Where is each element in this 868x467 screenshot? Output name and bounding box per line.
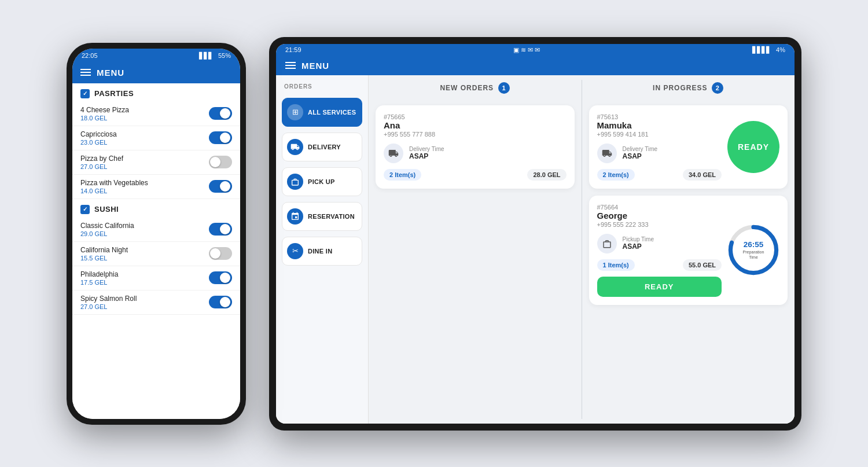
order-id: #75665 — [384, 113, 435, 120]
order-customer-phone: +995 555 777 888 — [384, 131, 435, 138]
menu-item-price: 23.0 GEL — [80, 139, 117, 146]
toggle-philadelphia[interactable] — [209, 271, 232, 284]
menu-item-price: 15.5 GEL — [80, 255, 128, 262]
sidebar-item-label: ALL SERVICES — [308, 109, 356, 116]
delivery-label: Pickup Time — [623, 236, 654, 242]
order-price: 28.0 GEL — [527, 169, 566, 181]
phone-status-bar: 22:05 ▋▋▋ 55% — [72, 49, 240, 63]
in-progress-badge: 2 — [712, 82, 723, 94]
menu-item-capricciosa: Capricciosa 23.0 GEL — [72, 126, 240, 150]
pickup-type-icon — [597, 234, 617, 253]
order-price: 55.0 GEL — [683, 259, 722, 271]
menu-item-price: 18.0 GEL — [80, 115, 129, 122]
sidebar-item-label: DELIVERY — [308, 144, 341, 150]
in-progress-title: IN PROGRESS — [653, 84, 707, 92]
phone-status-icons: ▋▋▋ 55% — [199, 52, 231, 60]
in-progress-column: IN PROGRESS 2 #75613 — [582, 75, 795, 424]
order-customer-phone: +995 555 222 333 — [597, 221, 649, 228]
sidebar-item-label: PICK UP — [308, 178, 335, 185]
menu-item-name: 4 Cheese Pizza — [80, 106, 129, 114]
section-sushi-checkbox[interactable] — [80, 205, 90, 214]
phone-time: 22:05 — [82, 52, 98, 59]
items-count: 2 Item(s) — [597, 169, 635, 181]
order-id: #75664 — [597, 204, 649, 211]
new-orders-header: NEW ORDERS 1 — [369, 75, 582, 101]
delivery-type-icon — [384, 144, 403, 163]
menu-item-name: California Night — [80, 246, 128, 254]
menu-item-name: Philadelphia — [80, 270, 118, 278]
tablet-header: MENU — [276, 56, 795, 75]
tablet-status-icons: ▣ ≋ ✉ ✉ — [513, 46, 540, 54]
phone-header-title: MENU — [97, 68, 124, 78]
new-orders-column: NEW ORDERS 1 #75665 Ana +995 555 777 888 — [369, 75, 582, 424]
tablet-body: ORDERS ⊞ ALL SERVICES DELIVERY — [276, 75, 795, 424]
phone-content: PASRTIES 4 Cheese Pizza 18.0 GEL Capricc… — [72, 83, 240, 419]
ready-status-circle: READY — [727, 121, 779, 173]
menu-item-name: Pizza with Vegetables — [80, 179, 148, 187]
reservation-icon — [287, 208, 303, 225]
dine-in-icon: ✂ — [287, 243, 303, 259]
sidebar-section-label: ORDERS — [282, 83, 362, 92]
tablet-time: 21:59 — [285, 46, 301, 53]
tablet-status-right: ▋▋▋▋ 4% — [752, 46, 785, 54]
sidebar-item-delivery[interactable]: DELIVERY — [282, 133, 362, 161]
menu-item-name: Classic California — [80, 222, 134, 230]
order-customer-name: Mamuka — [597, 120, 649, 130]
menu-item-price: 14.0 GEL — [80, 187, 148, 194]
phone-header: MENU — [72, 63, 240, 83]
menu-item-california-night: California Night 15.5 GEL — [72, 242, 240, 266]
sidebar-item-dine-in[interactable]: ✂ DINE IN — [282, 237, 362, 266]
toggle-pizza-by-chef[interactable] — [209, 156, 232, 168]
timer-sub1: Preparation — [742, 249, 764, 255]
section-pasrties-header: PASRTIES — [72, 83, 240, 102]
menu-item-name: Capricciosa — [80, 130, 117, 138]
timer-svg: 26:55 Preparation Time — [727, 224, 779, 276]
order-customer-name: George — [597, 211, 649, 220]
section-pasrties-checkbox[interactable] — [80, 89, 90, 98]
toggle-california-night[interactable] — [209, 247, 232, 260]
toggle-spicy-salmon[interactable] — [209, 296, 232, 308]
tablet-menu-icon[interactable] — [285, 62, 296, 69]
sidebar-item-pickup[interactable]: PICK UP — [282, 167, 362, 196]
menu-item-price: 27.0 GEL — [80, 163, 123, 170]
new-orders-list: #75665 Ana +995 555 777 888 — [369, 101, 582, 424]
phone-screen: 22:05 ▋▋▋ 55% MENU PASRTIES 4 — [72, 49, 240, 419]
toggle-pizza-vegetables[interactable] — [209, 180, 232, 193]
tablet-screen: 21:59 ▣ ≋ ✉ ✉ ▋▋▋▋ 4% MENU ORDERS ⊞ ALL — [276, 44, 795, 424]
order-customer-name: Ana — [384, 120, 435, 130]
order-card-ana: #75665 Ana +995 555 777 888 — [376, 105, 575, 189]
section-sushi-header: SUSHI — [72, 199, 240, 218]
sidebar-item-reservation[interactable]: RESERVATION — [282, 202, 362, 231]
phone-menu-icon[interactable] — [80, 69, 91, 76]
in-progress-header: IN PROGRESS 2 — [582, 75, 795, 101]
toggle-classic-california[interactable] — [209, 223, 232, 236]
ready-label: READY — [738, 142, 769, 152]
sidebar-item-all-services[interactable]: ⊞ ALL SERVICES — [282, 98, 362, 127]
menu-item-pizza-by-chef: Pizza by Chef 27.0 GEL — [72, 150, 240, 175]
delivery-type-icon — [597, 144, 617, 163]
menu-item-philadelphia: Philadelphia 17.5 GEL — [72, 266, 240, 291]
phone-device: 22:05 ▋▋▋ 55% MENU PASRTIES 4 — [67, 43, 246, 425]
george-ready-button[interactable]: READY — [597, 277, 722, 297]
section-sushi-title: SUSHI — [94, 205, 119, 214]
scene: 22:05 ▋▋▋ 55% MENU PASRTIES 4 — [67, 37, 801, 431]
order-price: 34.0 GEL — [683, 169, 722, 181]
section-pasrties-title: PASRTIES — [94, 89, 134, 98]
items-count: 2 Item(s) — [384, 169, 421, 181]
toggle-4cheese[interactable] — [209, 107, 232, 120]
tablet-status-bar: 21:59 ▣ ≋ ✉ ✉ ▋▋▋▋ 4% — [276, 44, 795, 56]
order-card-mamuka: #75613 Mamuka +995 599 414 181 — [589, 105, 788, 189]
toggle-capricciosa[interactable] — [209, 131, 232, 144]
tablet-sidebar: ORDERS ⊞ ALL SERVICES DELIVERY — [276, 75, 369, 424]
menu-item-name: Pizza by Chef — [80, 155, 123, 163]
pickup-icon — [287, 174, 303, 190]
sidebar-item-label: DINE IN — [308, 248, 332, 255]
menu-item-name: Spicy Salmon Roll — [80, 295, 137, 303]
tablet-main-content: NEW ORDERS 1 #75665 Ana +995 555 777 888 — [369, 75, 795, 424]
timer-value: 26:55 — [744, 240, 764, 249]
delivery-value: ASAP — [623, 152, 658, 160]
delivery-label: Delivery Time — [623, 146, 658, 152]
items-count: 1 Item(s) — [597, 259, 635, 271]
tablet-device: 21:59 ▣ ≋ ✉ ✉ ▋▋▋▋ 4% MENU ORDERS ⊞ ALL — [269, 37, 801, 431]
menu-item-price: 17.5 GEL — [80, 279, 118, 286]
